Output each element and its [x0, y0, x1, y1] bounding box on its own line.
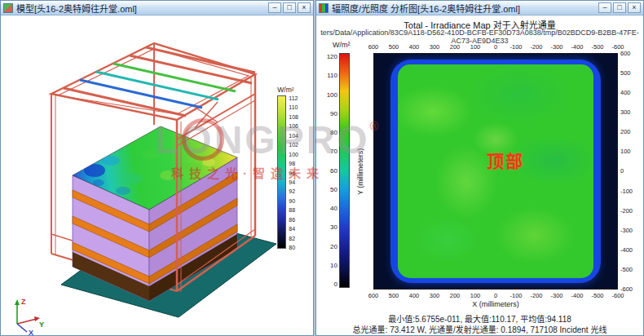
model-window: 模型[头16-2奥特姆往升堂.oml] – □ × — [0, 0, 314, 336]
close-button[interactable]: × — [628, 2, 641, 13]
close-button[interactable]: × — [298, 2, 311, 13]
model-colorbar-ticks: 1121101081061041021009896949290888684828… — [289, 95, 298, 250]
tick-label: 0 — [486, 43, 505, 51]
tick-label: 300 — [425, 292, 444, 299]
model-colorbar: W/m² 11211010810610410210098969492908886… — [277, 86, 298, 250]
tick-label: 20 — [321, 243, 337, 250]
tick-label: 108 — [289, 114, 298, 120]
tick-label: 80 — [321, 129, 337, 136]
model-3d-viewport[interactable]: Z Y X W/m² 11211010810610410210098969492… — [1, 15, 313, 335]
irradiance-window-titlebar[interactable]: 辐照度/光照度 分析图[头16-2奥特姆往升堂.oml] – □ × — [316, 1, 643, 15]
tick-label: -300 — [547, 43, 567, 51]
tick-label: 30 — [321, 223, 337, 231]
tick-label: 92 — [289, 188, 298, 194]
tick-label: 98 — [289, 161, 298, 166]
tick-label: 70 — [321, 148, 337, 155]
tick-label: 96 — [289, 170, 298, 176]
y-axis-ticks-right: 6005004003002001000-100-200-300-400-500-… — [620, 50, 633, 293]
irradiance-window: 辐照度/光照度 分析图[头16-2奥特姆往升堂.oml] – □ × Total… — [315, 0, 644, 336]
tick-label: 500 — [384, 292, 404, 299]
tick-label: 400 — [404, 292, 424, 299]
tick-label: 84 — [289, 226, 298, 232]
tick-label: 100 — [289, 152, 298, 157]
triad-x-label: X — [29, 329, 33, 335]
tick-label: 500 — [384, 43, 404, 51]
tick-label: 100 — [321, 91, 337, 99]
tick-label: 400 — [404, 43, 424, 51]
tick-label: 82 — [289, 236, 298, 241]
map-file-path: ters/Data/Application/83C9A118-D562-410D… — [316, 29, 643, 45]
model-window-controls: – □ × — [268, 2, 311, 13]
map-annotation: 顶部 — [487, 148, 524, 172]
tick-label: -300 — [620, 227, 633, 234]
tick-label: 86 — [289, 217, 298, 223]
tick-label: -400 — [567, 43, 587, 51]
maximize-button[interactable]: □ — [283, 2, 296, 13]
tick-label: 100 — [620, 148, 633, 155]
tick-label: 600 — [364, 43, 383, 51]
irradiance-map-panel: Total - Irradiance Map 对于入射光通量 ters/Data… — [316, 15, 643, 335]
minimize-button[interactable]: – — [598, 2, 611, 13]
tick-label: -500 — [588, 43, 607, 51]
mdi-workspace: 模型[头16-2奥特姆往升堂.oml] – □ × — [0, 0, 644, 336]
map-colorbar-unit: W/m² — [333, 41, 351, 49]
tick-label: 300 — [620, 108, 633, 116]
tick-label: -100 — [506, 43, 526, 51]
tick-label: 110 — [321, 72, 337, 79]
tick-label: 120 — [321, 53, 337, 60]
tick-label: -300 — [547, 292, 567, 299]
maximize-button[interactable]: □ — [613, 2, 626, 13]
model-window-icon — [3, 3, 13, 13]
tick-label: 102 — [289, 142, 298, 148]
tick-label: 600 — [620, 50, 633, 57]
tick-label: 112 — [289, 95, 298, 101]
tick-label: 110 — [289, 104, 298, 110]
triad-y-label: Y — [39, 321, 44, 329]
model-colorbar-unit: W/m² — [277, 86, 298, 94]
map-colorbar-gradient — [339, 53, 350, 288]
minimize-button[interactable]: – — [268, 2, 281, 13]
model-window-titlebar[interactable]: 模型[头16-2奥特姆往升堂.oml] – □ × — [1, 1, 313, 15]
model-3d-render: Z Y X — [1, 15, 313, 335]
tick-label: -500 — [588, 292, 607, 299]
tick-label: -200 — [527, 292, 546, 299]
map-colorbar-ticks: 1201101009080706050403020100 — [321, 53, 339, 288]
coordinate-triad: Z Y X — [15, 298, 44, 335]
tick-label: 600 — [364, 292, 383, 299]
tick-label: 10 — [321, 262, 337, 269]
tick-label: -100 — [506, 292, 526, 299]
model-window-title: 模型[头16-2奥特姆往升堂.oml] — [16, 2, 265, 15]
tick-label: -200 — [620, 207, 633, 214]
y-axis-label: Y (millimeters) — [355, 53, 365, 290]
irradiance-map: 顶部 — [373, 53, 618, 290]
tick-label: 200 — [445, 292, 465, 299]
tick-label: 200 — [445, 43, 465, 51]
tick-label: 106 — [289, 123, 298, 129]
tick-label: 0 — [620, 167, 633, 175]
tick-label: 80 — [289, 245, 298, 250]
tick-label: -600 — [608, 292, 628, 299]
tick-label: 0 — [321, 281, 337, 288]
tick-label: 88 — [289, 207, 298, 213]
x-axis-label: X (millimeters) — [373, 300, 618, 308]
tick-label: 94 — [289, 179, 298, 185]
stats-line-2: 总光通量: 73.412 W, 光通量/发射光通量: 0.1894, 71710… — [316, 323, 643, 335]
tick-label: 90 — [289, 198, 298, 204]
tick-label: 104 — [289, 133, 298, 139]
tick-label: 50 — [321, 186, 337, 193]
tick-label: 400 — [620, 89, 633, 96]
tick-label: 40 — [321, 205, 337, 212]
map-colorbar: 1201101009080706050403020100 — [321, 53, 350, 288]
tick-label: -200 — [527, 43, 546, 51]
x-axis-ticks-bottom: 6005004003002001000-100-200-300-400-500-… — [364, 292, 628, 299]
tick-label: -400 — [620, 246, 633, 254]
tick-label: -400 — [567, 292, 587, 299]
irradiance-window-icon — [319, 3, 329, 13]
model-colorbar-gradient — [277, 95, 286, 249]
triad-z-label: Z — [21, 298, 26, 306]
tick-label: -100 — [620, 188, 633, 195]
tick-label: 0 — [486, 292, 505, 299]
tick-label: -500 — [620, 266, 633, 273]
tick-label: 300 — [425, 43, 444, 51]
tick-label: 60 — [321, 167, 337, 175]
